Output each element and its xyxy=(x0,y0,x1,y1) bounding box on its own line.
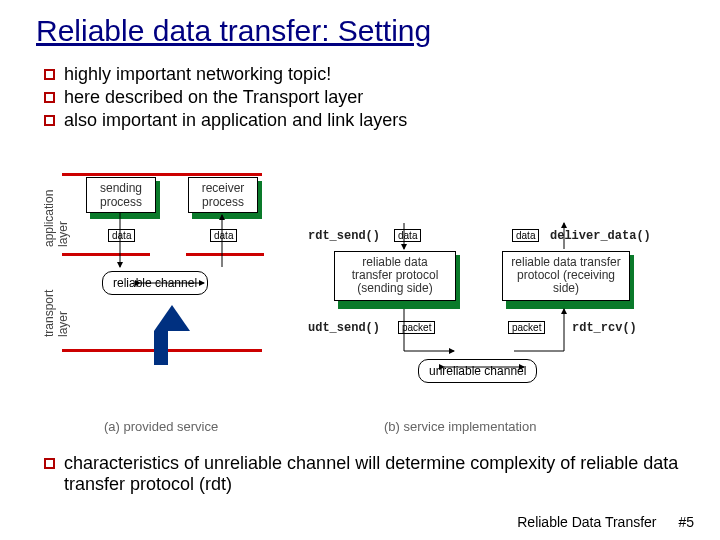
bullet-text: highly important networking topic! xyxy=(64,64,331,85)
slide-title: Reliable data transfer: Setting xyxy=(0,0,720,56)
square-bullet-icon xyxy=(44,115,55,126)
bullet-item: here described on the Transport layer xyxy=(44,87,720,108)
receiver-process-box: receiver process xyxy=(188,177,258,213)
footer: Reliable Data Transfer #5 xyxy=(517,514,694,530)
bullet-text: here described on the Transport layer xyxy=(64,87,363,108)
square-bullet-icon xyxy=(44,69,55,80)
footer-label: Reliable Data Transfer xyxy=(517,514,656,530)
bullet-list: highly important networking topic! here … xyxy=(0,56,720,131)
caption-a: (a) provided service xyxy=(104,419,218,434)
layer-label-application: application layer xyxy=(42,177,70,247)
arrow-set xyxy=(84,211,264,301)
square-bullet-icon xyxy=(44,458,55,469)
sending-process-box: sending process xyxy=(86,177,156,213)
page-number: #5 xyxy=(678,514,694,530)
bullet-text: also important in application and link l… xyxy=(64,110,407,131)
arrow-set-right xyxy=(334,219,654,379)
bullet-item: characteristics of unreliable channel wi… xyxy=(44,453,680,496)
bullet-text: characteristics of unreliable channel wi… xyxy=(64,453,680,496)
bullet-item: also important in application and link l… xyxy=(44,110,720,131)
layer-label-transport: transport layer xyxy=(42,267,70,337)
red-separator xyxy=(62,173,262,176)
bullet-item: highly important networking topic! xyxy=(44,64,720,85)
diagram-area: application layer transport layer sendin… xyxy=(44,175,684,453)
caption-b: (b) service implementation xyxy=(384,419,536,434)
square-bullet-icon xyxy=(44,92,55,103)
